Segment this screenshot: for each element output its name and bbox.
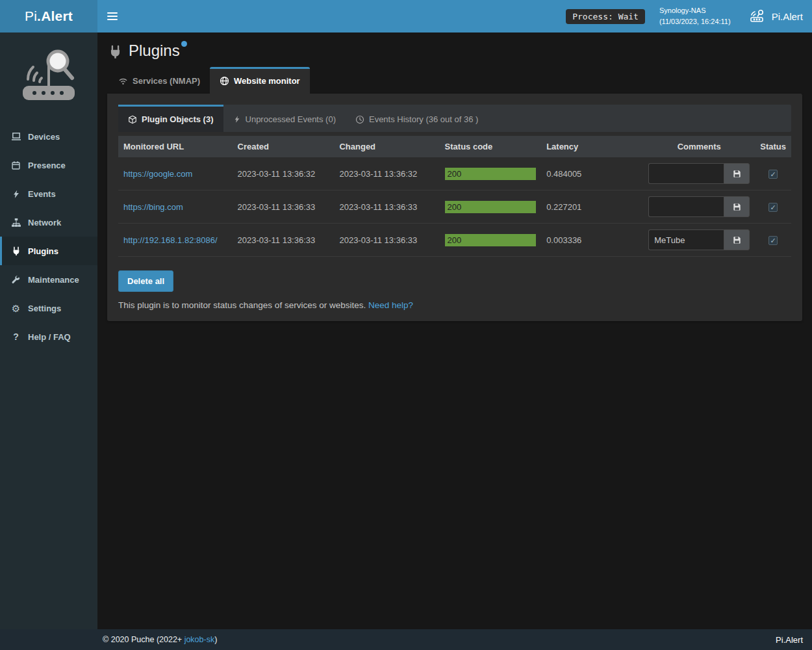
footer-copyright: © 2020 Puche (2022+ jokob-sk): [103, 635, 217, 644]
monitored-url-link[interactable]: https://google.com: [123, 169, 192, 179]
plugin-description: This plugin is to monitor status changes…: [118, 300, 791, 310]
signal-icon: [118, 77, 128, 85]
table-row: http://192.168.1.82:8086/ 2023-03-11 13:…: [118, 224, 791, 257]
status-code-bar: 200: [445, 201, 537, 213]
menu-toggle-icon[interactable]: [97, 0, 127, 32]
top-bar: Pi.Alert Process: Wait Synology-NAS (11/…: [0, 0, 812, 32]
bolt-icon: [10, 189, 22, 199]
host-name: Synology-NAS: [659, 5, 731, 16]
table-header-row: Monitored URL Created Changed Status cod…: [118, 136, 791, 157]
globe-icon: [220, 76, 229, 86]
save-comment-button[interactable]: [724, 163, 750, 184]
status-code-bar: 200: [445, 234, 537, 246]
nav-app-link[interactable]: Pi.Alert: [748, 0, 812, 32]
delete-all-button[interactable]: Delete all: [118, 270, 173, 292]
router-icon: [748, 9, 766, 23]
top-nav: Process: Wait Synology-NAS (11/03/2023, …: [97, 0, 812, 32]
tab-label: Plugin Objects (3): [142, 114, 214, 124]
monitored-urls-table: Monitored URL Created Changed Status cod…: [118, 136, 791, 257]
col-created: Created: [233, 136, 335, 157]
sidebar-item-settings[interactable]: ⚙ Settings: [0, 294, 97, 322]
app-logo[interactable]: Pi.Alert: [0, 0, 97, 32]
comment-input[interactable]: [648, 229, 724, 250]
changed-cell: 2023-03-11 13:36:33: [334, 190, 439, 224]
page-title: Plugins: [129, 42, 187, 59]
clock-icon: [355, 115, 364, 124]
tab-unprocessed-events[interactable]: Unprocessed Events (0): [223, 105, 346, 132]
save-comment-button[interactable]: [724, 196, 750, 217]
tab-label: Website monitor: [234, 76, 300, 86]
gear-icon: ⚙: [10, 304, 22, 313]
tab-label: Unprocessed Events (0): [246, 114, 336, 124]
comment-input[interactable]: [648, 196, 724, 217]
sidebar-item-devices[interactable]: Devices: [0, 122, 97, 151]
process-status-badge: Process: Wait: [566, 9, 645, 24]
col-status: Status: [755, 136, 791, 157]
col-status-code: Status code: [440, 136, 542, 157]
sidebar-item-events[interactable]: Events: [0, 179, 97, 208]
brand-text-light: Pi: [25, 8, 37, 24]
laptop-icon: [10, 131, 22, 142]
created-cell: 2023-03-11 13:36:33: [233, 224, 335, 257]
sidebar-item-label: Plugins: [28, 246, 58, 256]
latency-cell: 0.484005: [541, 157, 643, 190]
calendar-icon: [10, 161, 22, 170]
website-monitor-panel: Plugin Objects (3) Unprocessed Events (0…: [107, 94, 802, 321]
main-content: Plugins Services (NMAP) Website monitor: [97, 32, 812, 629]
col-changed: Changed: [334, 136, 439, 157]
brand-text-bold: .Alert: [37, 8, 73, 24]
nav-app-name: Pi.Alert: [772, 11, 803, 22]
sidebar-item-label: Presence: [28, 161, 66, 170]
sidebar-item-plugins[interactable]: Plugins: [0, 237, 97, 265]
footer-app-name: Pi.Alert: [776, 635, 803, 645]
sidebar-item-presence[interactable]: Presence: [0, 151, 97, 179]
col-comments: Comments: [643, 136, 755, 157]
sidebar-item-maintenance[interactable]: Maintenance: [0, 265, 97, 294]
plug-icon: [108, 45, 122, 59]
monitored-url-link[interactable]: http://192.168.1.82:8086/: [123, 235, 218, 245]
sidebar-item-label: Network: [28, 218, 61, 228]
tab-services-nmap[interactable]: Services (NMAP): [108, 67, 210, 94]
comment-input[interactable]: [648, 163, 724, 184]
sidebar-item-label: Devices: [28, 132, 60, 142]
need-help-link[interactable]: Need help?: [368, 300, 413, 310]
floppy-icon: [732, 202, 742, 212]
sidebar-item-network[interactable]: Network: [0, 208, 97, 237]
monitored-url-link[interactable]: https://bing.com: [123, 202, 183, 212]
status-code-bar: 200: [445, 168, 537, 180]
save-comment-button[interactable]: [724, 229, 750, 250]
status-checkbox[interactable]: [768, 170, 778, 179]
plugins-count-badge: [181, 41, 187, 47]
cube-icon: [128, 115, 137, 124]
sidebar-item-help[interactable]: ? Help / FAQ: [0, 322, 97, 351]
question-icon: ?: [10, 332, 22, 342]
router-magnifier-logo: [15, 46, 82, 108]
sidebar-logo: [0, 32, 97, 122]
sidebar-item-label: Events: [28, 189, 56, 199]
app-window: Pi.Alert Process: Wait Synology-NAS (11/…: [0, 0, 812, 650]
plug-icon: [10, 246, 22, 256]
table-row: https://bing.com 2023-03-11 13:36:33 202…: [118, 190, 791, 224]
status-checkbox[interactable]: [768, 203, 778, 212]
sidebar: Devices Presence Events: [0, 32, 97, 629]
latency-cell: 0.227201: [541, 190, 643, 224]
tab-website-monitor[interactable]: Website monitor: [210, 67, 310, 94]
changed-cell: 2023-03-11 13:36:32: [334, 157, 439, 190]
sidebar-item-label: Help / FAQ: [28, 332, 71, 342]
changed-cell: 2023-03-11 13:36:33: [334, 224, 439, 257]
tab-label: Events History (36 out of 36 ): [369, 114, 478, 124]
col-latency: Latency: [541, 136, 643, 157]
footer: © 2020 Puche (2022+ jokob-sk) Pi.Alert: [0, 629, 812, 650]
table-row: https://google.com 2023-03-11 13:36:32 2…: [118, 157, 791, 190]
author-link[interactable]: jokob-sk: [184, 635, 215, 644]
host-timestamp: (11/03/2023, 16:24:11): [659, 16, 731, 27]
page-header: Plugins: [108, 42, 801, 59]
plugin-tabs: Services (NMAP) Website monitor: [107, 67, 802, 94]
status-checkbox[interactable]: [768, 236, 778, 245]
bolt-icon: [233, 115, 241, 124]
plugin-subtabs: Plugin Objects (3) Unprocessed Events (0…: [118, 105, 791, 132]
tab-events-history[interactable]: Events History (36 out of 36 ): [346, 105, 488, 132]
host-info: Synology-NAS (11/03/2023, 16:24:11): [659, 5, 731, 27]
tab-plugin-objects[interactable]: Plugin Objects (3): [118, 105, 223, 132]
created-cell: 2023-03-11 13:36:33: [233, 190, 335, 224]
